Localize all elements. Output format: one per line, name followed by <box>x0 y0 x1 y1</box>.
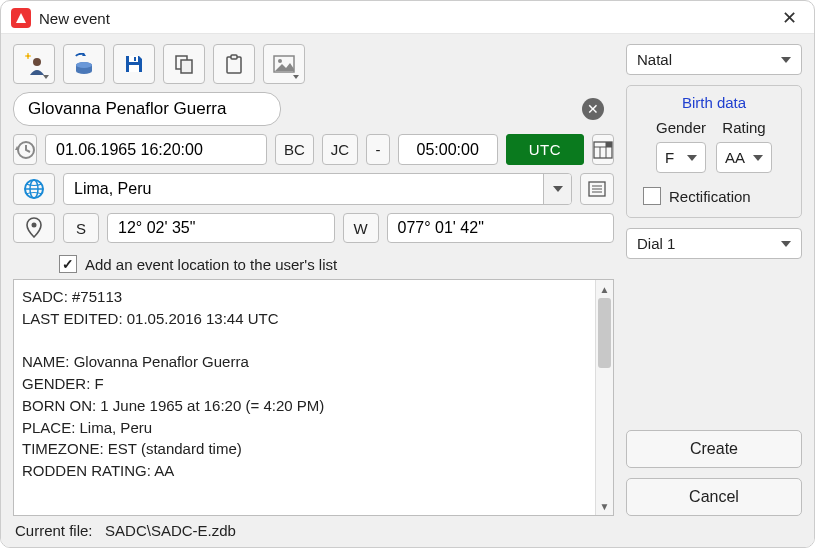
rectification-checkbox[interactable] <box>643 187 661 205</box>
new-person-button[interactable] <box>13 44 55 84</box>
svg-rect-9 <box>231 55 237 59</box>
dial-select[interactable]: Dial 1 <box>626 228 802 259</box>
new-event-dialog: New event ✕ <box>0 0 815 548</box>
lat-input[interactable] <box>107 213 335 243</box>
svg-rect-4 <box>129 65 139 72</box>
footer: Current file: SADC\SADC-E.zdb <box>13 516 802 541</box>
image-icon <box>273 55 295 73</box>
add-location-label: Add an event location to the user's list <box>85 256 337 273</box>
history-icon <box>14 139 36 161</box>
globe-icon <box>23 178 45 200</box>
app-icon <box>11 8 31 28</box>
content: ✕ BC JC - <box>1 34 814 547</box>
list-icon <box>588 181 606 197</box>
datetime-input[interactable] <box>45 134 267 165</box>
rectification-label: Rectification <box>669 188 751 205</box>
svg-rect-5 <box>134 57 136 61</box>
copy-icon <box>174 54 194 74</box>
lon-hemi-button[interactable]: W <box>343 213 379 243</box>
notes-area: SADC: #75113 LAST EDITED: 01.05.2016 13:… <box>13 279 614 516</box>
copy-button[interactable] <box>163 44 205 84</box>
scroll-up-icon[interactable]: ▲ <box>596 280 613 298</box>
refresh-db-button[interactable] <box>63 44 105 84</box>
window-title: New event <box>39 10 774 27</box>
clear-name-button[interactable]: ✕ <box>582 98 604 120</box>
chevron-down-icon <box>687 155 697 161</box>
birth-data-title: Birth data <box>637 94 791 111</box>
place-dropdown-arrow[interactable] <box>543 174 571 204</box>
tz-picker-button[interactable] <box>592 134 614 165</box>
gender-select[interactable]: F <box>656 142 706 173</box>
map-pin-button[interactable] <box>13 213 55 243</box>
bc-button[interactable]: BC <box>275 134 314 165</box>
tz-offset-input[interactable] <box>398 134 498 165</box>
add-location-checkbox[interactable]: ✓ <box>59 255 77 273</box>
toolbar <box>13 44 614 84</box>
paste-button[interactable] <box>213 44 255 84</box>
svg-point-25 <box>32 223 37 228</box>
lon-input[interactable] <box>387 213 615 243</box>
close-button[interactable]: ✕ <box>774 7 804 29</box>
tz-sign-button[interactable]: - <box>366 134 389 165</box>
scroll-thumb[interactable] <box>598 298 611 368</box>
titlebar: New event ✕ <box>1 1 814 34</box>
svg-rect-3 <box>129 56 138 62</box>
rating-select[interactable]: AA <box>716 142 772 173</box>
svg-point-11 <box>278 59 282 63</box>
history-button[interactable] <box>13 134 37 165</box>
gender-label: Gender <box>656 119 706 136</box>
event-type-select[interactable]: Natal <box>626 44 802 75</box>
scroll-down-icon[interactable]: ▼ <box>596 497 613 515</box>
name-input[interactable] <box>13 92 281 126</box>
rating-value: AA <box>725 149 745 166</box>
lat-hemi-button[interactable]: S <box>63 213 99 243</box>
map-pin-icon <box>25 217 43 239</box>
svg-rect-7 <box>181 60 192 73</box>
footer-value: SADC\SADC-E.zdb <box>105 522 236 539</box>
chevron-down-icon <box>781 241 791 247</box>
svg-rect-17 <box>606 142 612 147</box>
scrollbar[interactable]: ▲ ▼ <box>595 280 613 515</box>
chevron-down-icon <box>781 57 791 63</box>
paste-icon <box>224 54 244 74</box>
place-combo[interactable] <box>63 173 572 205</box>
birth-data-panel: Birth data Gender F Rating A <box>626 85 802 218</box>
create-button[interactable]: Create <box>626 430 802 468</box>
svg-point-2 <box>76 62 92 68</box>
image-button[interactable] <box>263 44 305 84</box>
footer-label: Current file: <box>15 522 93 539</box>
tz-table-icon <box>593 141 613 159</box>
db-refresh-icon <box>73 53 95 75</box>
rating-label: Rating <box>722 119 765 136</box>
place-list-button[interactable] <box>580 173 614 205</box>
add-location-row: ✓ Add an event location to the user's li… <box>13 251 614 279</box>
utc-button[interactable]: UTC <box>506 134 584 165</box>
event-type-value: Natal <box>637 51 672 68</box>
person-sparkle-icon <box>22 53 46 75</box>
place-input[interactable] <box>64 174 543 204</box>
dial-value: Dial 1 <box>637 235 675 252</box>
save-icon <box>124 54 144 74</box>
chevron-down-icon <box>753 155 763 161</box>
gender-value: F <box>665 149 674 166</box>
svg-point-0 <box>33 58 41 66</box>
cancel-button[interactable]: Cancel <box>626 478 802 516</box>
notes-text[interactable]: SADC: #75113 LAST EDITED: 01.05.2016 13:… <box>14 280 595 515</box>
jc-button[interactable]: JC <box>322 134 358 165</box>
globe-button[interactable] <box>13 173 55 205</box>
save-button[interactable] <box>113 44 155 84</box>
